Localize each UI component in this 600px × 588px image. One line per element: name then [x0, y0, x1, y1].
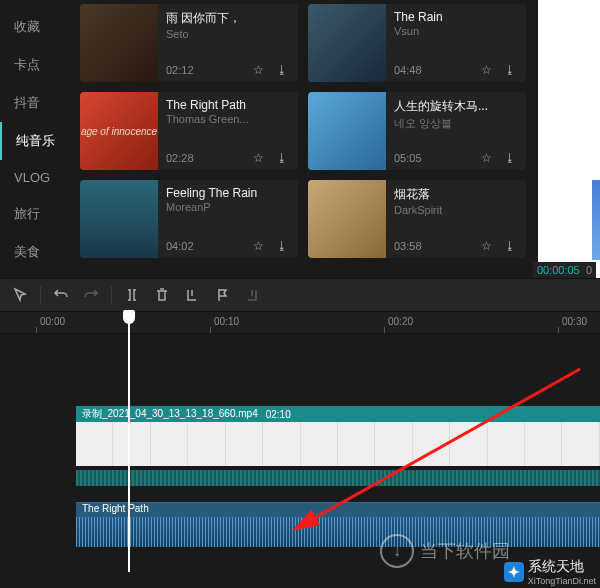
music-card[interactable]: 雨 因你而下， Seto 02:12 ☆ ⭳ — [80, 4, 298, 82]
music-thumbnail — [308, 4, 386, 82]
audio-clip[interactable]: The Right Path — [76, 502, 600, 547]
timeline-toolbar — [0, 278, 600, 312]
music-title: Feeling The Rain — [166, 186, 290, 200]
redo-icon[interactable] — [77, 281, 105, 309]
music-duration: 03:58 — [394, 240, 470, 252]
music-card[interactable]: 烟花落 DarkSpirit 03:58 ☆ ⭳ — [308, 180, 526, 258]
timeline-area[interactable]: 录制_2021_04_30_13_13_18_660.mp4 02:10 The… — [0, 334, 600, 588]
download-icon[interactable]: ⭳ — [502, 62, 518, 78]
music-title: The Right Path — [166, 98, 290, 112]
ruler-tick: 00:30 — [558, 312, 587, 333]
crop-end-icon[interactable] — [238, 281, 266, 309]
clip-filename: 录制_2021_04_30_13_13_18_660.mp4 — [82, 407, 258, 421]
sidebar-item-pure-music[interactable]: 纯音乐 — [0, 122, 70, 160]
music-artist: 네오 앙상블 — [394, 116, 518, 131]
favorite-icon[interactable]: ☆ — [478, 150, 494, 166]
cursor-tool-icon[interactable] — [6, 281, 34, 309]
preview-scrollbar[interactable] — [592, 180, 600, 260]
music-artist: Vsun — [394, 25, 518, 37]
video-clip[interactable] — [76, 422, 600, 466]
ruler-tick: 00:00 — [36, 312, 65, 333]
playhead[interactable] — [128, 312, 130, 572]
video-clip-header[interactable]: 录制_2021_04_30_13_13_18_660.mp4 02:10 — [76, 406, 600, 422]
favorite-icon[interactable]: ☆ — [250, 238, 266, 254]
music-library: 雨 因你而下， Seto 02:12 ☆ ⭳ The Rain Vsun 04:… — [70, 0, 538, 278]
playhead-handle[interactable] — [123, 310, 135, 324]
sidebar-item-vlog[interactable]: VLOG — [0, 160, 70, 195]
preview-panel: 00:00:05 0 — [538, 0, 600, 278]
music-title: 人生的旋转木马... — [394, 98, 518, 115]
favorite-icon[interactable]: ☆ — [250, 62, 266, 78]
music-card[interactable]: The Rain Vsun 04:48 ☆ ⭳ — [308, 4, 526, 82]
category-sidebar: 收藏 卡点 抖音 纯音乐 VLOG 旅行 美食 — [0, 0, 70, 278]
undo-icon[interactable] — [47, 281, 75, 309]
download-icon[interactable]: ⭳ — [274, 150, 290, 166]
preview-timecode: 00:00:05 0 — [533, 262, 596, 278]
music-thumbnail — [308, 180, 386, 258]
music-duration: 02:28 — [166, 152, 242, 164]
favorite-icon[interactable]: ☆ — [478, 238, 494, 254]
sidebar-item-favorites[interactable]: 收藏 — [0, 8, 70, 46]
music-artist: Seto — [166, 28, 290, 40]
download-icon[interactable]: ⭳ — [274, 62, 290, 78]
audio-clip-title: The Right Path — [76, 503, 600, 517]
delete-icon[interactable] — [148, 281, 176, 309]
music-card[interactable]: 人生的旋转木马... 네오 앙상블 05:05 ☆ ⭳ — [308, 92, 526, 170]
sidebar-item-travel[interactable]: 旅行 — [0, 195, 70, 233]
music-thumbnail — [80, 4, 158, 82]
music-duration: 05:05 — [394, 152, 470, 164]
sidebar-item-douyin[interactable]: 抖音 — [0, 84, 70, 122]
clip-duration: 02:10 — [266, 409, 291, 420]
sidebar-item-cardpoint[interactable]: 卡点 — [0, 46, 70, 84]
download-icon[interactable]: ⭳ — [502, 150, 518, 166]
flag-icon[interactable] — [208, 281, 236, 309]
music-title: 雨 因你而下， — [166, 10, 290, 27]
split-icon[interactable] — [118, 281, 146, 309]
ruler-tick: 00:10 — [210, 312, 239, 333]
music-artist: MoreanP — [166, 201, 290, 213]
watermark-xitong: ✦ 系统天地 XiTongTianDi.net — [504, 558, 596, 586]
crop-start-icon[interactable] — [178, 281, 206, 309]
music-artist: Thomas Green... — [166, 113, 290, 125]
music-thumbnail — [308, 92, 386, 170]
favorite-icon[interactable]: ☆ — [250, 150, 266, 166]
music-thumbnail — [80, 180, 158, 258]
time-ruler[interactable]: 00:00 00:10 00:20 00:30 — [0, 312, 600, 334]
music-duration: 04:02 — [166, 240, 242, 252]
music-thumbnail: age of innocence — [80, 92, 158, 170]
video-audio-waveform[interactable] — [76, 470, 600, 486]
top-panel: 收藏 卡点 抖音 纯音乐 VLOG 旅行 美食 雨 因你而下， Seto 02:… — [0, 0, 600, 278]
music-title: 烟花落 — [394, 186, 518, 203]
music-title: The Rain — [394, 10, 518, 24]
favorite-icon[interactable]: ☆ — [478, 62, 494, 78]
music-card[interactable]: age of innocence The Right Path Thomas G… — [80, 92, 298, 170]
audio-waveform — [76, 517, 600, 547]
download-icon[interactable]: ⭳ — [274, 238, 290, 254]
ruler-tick: 00:20 — [384, 312, 413, 333]
sidebar-item-food[interactable]: 美食 — [0, 233, 70, 271]
music-duration: 02:12 — [166, 64, 242, 76]
music-duration: 04:48 — [394, 64, 470, 76]
music-card[interactable]: Feeling The Rain MoreanP 04:02 ☆ ⭳ — [80, 180, 298, 258]
download-icon[interactable]: ⭳ — [502, 238, 518, 254]
music-artist: DarkSpirit — [394, 204, 518, 216]
